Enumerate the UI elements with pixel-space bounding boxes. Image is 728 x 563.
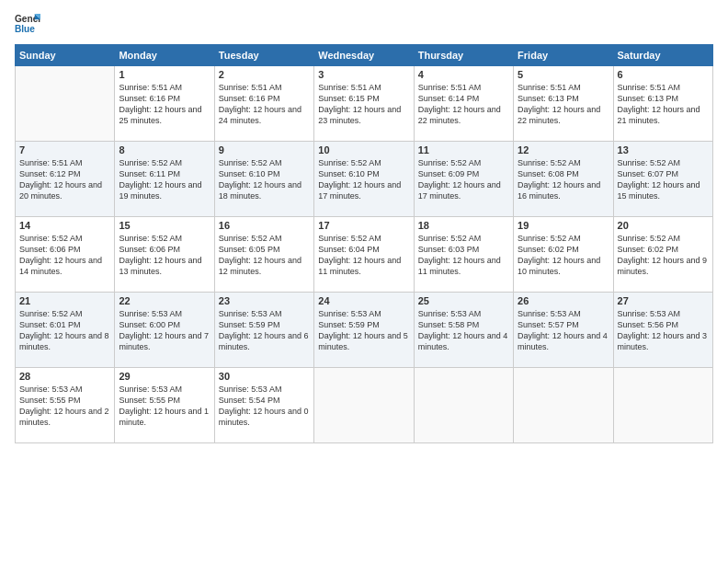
header: General Blue [15,11,713,37]
day-info: Sunrise: 5:52 AMSunset: 6:06 PMDaylight:… [119,233,210,278]
day-info: Sunrise: 5:53 AMSunset: 5:57 PMDaylight:… [518,308,609,353]
col-header-sunday: Sunday [16,45,115,66]
calendar-table: SundayMondayTuesdayWednesdayThursdayFrid… [15,44,713,443]
day-number: 10 [318,144,409,155]
day-info: Sunrise: 5:51 AMSunset: 6:15 PMDaylight:… [318,82,409,127]
day-number: 4 [418,69,509,80]
col-header-wednesday: Wednesday [314,45,414,66]
day-number: 21 [19,295,110,306]
week-row-4: 28Sunrise: 5:53 AMSunset: 5:55 PMDayligh… [16,368,713,443]
day-cell: 23Sunrise: 5:53 AMSunset: 5:59 PMDayligh… [214,293,313,368]
day-number: 11 [418,144,509,155]
svg-text:Blue: Blue [15,24,35,34]
day-number: 5 [518,69,609,80]
day-cell [414,368,513,443]
calendar-page: General Blue SundayMondayTuesdayWednesda… [0,0,728,563]
day-cell: 20Sunrise: 5:52 AMSunset: 6:02 PMDayligh… [613,217,712,293]
day-cell: 22Sunrise: 5:53 AMSunset: 6:00 PMDayligh… [115,293,214,368]
day-cell: 25Sunrise: 5:53 AMSunset: 5:58 PMDayligh… [414,293,513,368]
day-info: Sunrise: 5:51 AMSunset: 6:14 PMDaylight:… [418,82,509,127]
day-info: Sunrise: 5:51 AMSunset: 6:12 PMDaylight:… [19,157,110,202]
day-number: 20 [618,220,709,231]
day-cell: 13Sunrise: 5:52 AMSunset: 6:07 PMDayligh… [613,142,712,217]
week-row-0: 1Sunrise: 5:51 AMSunset: 6:16 PMDaylight… [16,66,713,142]
day-number: 26 [518,295,609,306]
day-info: Sunrise: 5:51 AMSunset: 6:16 PMDaylight:… [219,82,310,127]
day-cell [314,368,414,443]
day-cell: 7Sunrise: 5:51 AMSunset: 6:12 PMDaylight… [16,142,115,217]
col-header-friday: Friday [514,45,613,66]
day-info: Sunrise: 5:52 AMSunset: 6:04 PMDaylight:… [318,233,409,278]
day-cell: 17Sunrise: 5:52 AMSunset: 6:04 PMDayligh… [314,217,414,293]
day-cell: 14Sunrise: 5:52 AMSunset: 6:06 PMDayligh… [16,217,115,293]
day-info: Sunrise: 5:53 AMSunset: 6:00 PMDaylight:… [119,308,210,353]
day-number: 12 [518,144,609,155]
day-number: 1 [119,69,210,80]
day-number: 3 [318,69,409,80]
day-number: 2 [219,69,310,80]
logo: General Blue [15,11,40,37]
day-cell: 6Sunrise: 5:51 AMSunset: 6:13 PMDaylight… [613,66,712,142]
week-row-2: 14Sunrise: 5:52 AMSunset: 6:06 PMDayligh… [16,217,713,293]
header-row: SundayMondayTuesdayWednesdayThursdayFrid… [16,45,713,66]
day-info: Sunrise: 5:51 AMSunset: 6:13 PMDaylight:… [618,82,709,127]
day-cell: 30Sunrise: 5:53 AMSunset: 5:54 PMDayligh… [214,368,313,443]
col-header-thursday: Thursday [414,45,513,66]
day-info: Sunrise: 5:53 AMSunset: 5:54 PMDaylight:… [219,384,310,429]
day-info: Sunrise: 5:52 AMSunset: 6:10 PMDaylight:… [318,157,409,202]
day-cell: 4Sunrise: 5:51 AMSunset: 6:14 PMDaylight… [414,66,513,142]
col-header-tuesday: Tuesday [214,45,313,66]
day-number: 24 [318,295,409,306]
day-info: Sunrise: 5:52 AMSunset: 6:03 PMDaylight:… [418,233,509,278]
day-number: 25 [418,295,509,306]
day-cell [514,368,613,443]
day-info: Sunrise: 5:53 AMSunset: 5:55 PMDaylight:… [119,384,210,429]
day-info: Sunrise: 5:53 AMSunset: 5:58 PMDaylight:… [418,308,509,353]
day-cell: 19Sunrise: 5:52 AMSunset: 6:02 PMDayligh… [514,217,613,293]
day-info: Sunrise: 5:53 AMSunset: 5:55 PMDaylight:… [19,384,110,429]
day-number: 22 [119,295,210,306]
week-row-1: 7Sunrise: 5:51 AMSunset: 6:12 PMDaylight… [16,142,713,217]
col-header-monday: Monday [115,45,214,66]
day-number: 28 [19,371,110,382]
day-number: 7 [19,144,110,155]
day-cell: 29Sunrise: 5:53 AMSunset: 5:55 PMDayligh… [115,368,214,443]
day-number: 17 [318,220,409,231]
day-cell: 10Sunrise: 5:52 AMSunset: 6:10 PMDayligh… [314,142,414,217]
day-cell: 16Sunrise: 5:52 AMSunset: 6:05 PMDayligh… [214,217,313,293]
day-number: 19 [518,220,609,231]
day-cell: 1Sunrise: 5:51 AMSunset: 6:16 PMDaylight… [115,66,214,142]
day-number: 27 [618,295,709,306]
day-info: Sunrise: 5:52 AMSunset: 6:05 PMDaylight:… [219,233,310,278]
day-cell: 3Sunrise: 5:51 AMSunset: 6:15 PMDaylight… [314,66,414,142]
day-cell: 15Sunrise: 5:52 AMSunset: 6:06 PMDayligh… [115,217,214,293]
day-info: Sunrise: 5:52 AMSunset: 6:10 PMDaylight:… [219,157,310,202]
day-cell: 27Sunrise: 5:53 AMSunset: 5:56 PMDayligh… [613,293,712,368]
col-header-saturday: Saturday [613,45,712,66]
day-number: 6 [618,69,709,80]
day-number: 8 [119,144,210,155]
day-cell: 2Sunrise: 5:51 AMSunset: 6:16 PMDaylight… [214,66,313,142]
logo-icon: General Blue [15,11,40,37]
day-info: Sunrise: 5:52 AMSunset: 6:06 PMDaylight:… [19,233,110,278]
day-cell: 21Sunrise: 5:52 AMSunset: 6:01 PMDayligh… [16,293,115,368]
day-cell: 8Sunrise: 5:52 AMSunset: 6:11 PMDaylight… [115,142,214,217]
day-cell: 24Sunrise: 5:53 AMSunset: 5:59 PMDayligh… [314,293,414,368]
day-cell: 26Sunrise: 5:53 AMSunset: 5:57 PMDayligh… [514,293,613,368]
day-info: Sunrise: 5:53 AMSunset: 5:59 PMDaylight:… [318,308,409,353]
day-number: 14 [19,220,110,231]
day-cell: 28Sunrise: 5:53 AMSunset: 5:55 PMDayligh… [16,368,115,443]
day-info: Sunrise: 5:52 AMSunset: 6:01 PMDaylight:… [19,308,110,353]
day-number: 30 [219,371,310,382]
day-number: 13 [618,144,709,155]
day-number: 16 [219,220,310,231]
day-info: Sunrise: 5:52 AMSunset: 6:11 PMDaylight:… [119,157,210,202]
day-cell: 18Sunrise: 5:52 AMSunset: 6:03 PMDayligh… [414,217,513,293]
day-number: 9 [219,144,310,155]
day-number: 23 [219,295,310,306]
day-info: Sunrise: 5:52 AMSunset: 6:02 PMDaylight:… [518,233,609,278]
day-info: Sunrise: 5:53 AMSunset: 5:59 PMDaylight:… [219,308,310,353]
day-info: Sunrise: 5:52 AMSunset: 6:08 PMDaylight:… [518,157,609,202]
day-cell: 5Sunrise: 5:51 AMSunset: 6:13 PMDaylight… [514,66,613,142]
day-cell [16,66,115,142]
